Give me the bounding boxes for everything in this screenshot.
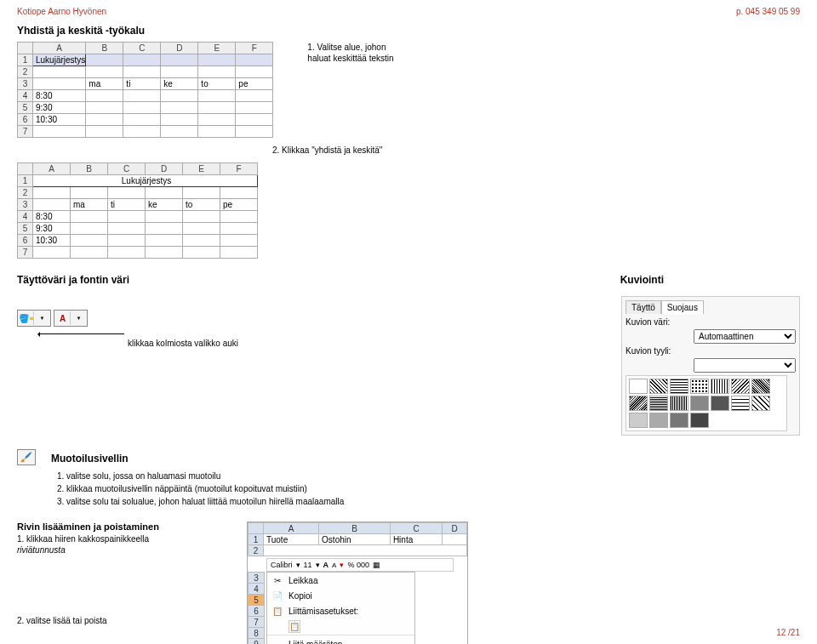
caption-step1: 1. Valitse alue, johon haluat keskittää … (307, 42, 393, 138)
pattern-style-select[interactable] (694, 358, 796, 373)
mini-format-toolbar[interactable]: Calibri▾ 11▾ AA ▾ % 000 ▦ (266, 558, 454, 572)
section4-title: Rivin lisääminen ja poistaminen (17, 521, 213, 532)
pattern-panel: Täyttö Suojaus Kuvion väri: Automaattine… (621, 296, 800, 436)
bucket-icon: 🪣 (19, 314, 29, 323)
paintbrush-icon: 🖌️ (20, 452, 32, 462)
format-painter-button[interactable]: 🖌️ (17, 449, 36, 465)
fill-caption: klikkaa kolmiosta valikko auki (128, 338, 238, 349)
spreadsheet-2: ABCDEF 1Lukujärjestys 2 3matiketope 48:3… (17, 162, 258, 259)
step-2: klikkaa muotoilusivellin näppäintä (muot… (66, 482, 344, 495)
section2a-title: Täyttöväri ja fontin väri (17, 274, 129, 286)
section4-step2: 2. valitse lisää tai poista (17, 615, 213, 626)
section3-title: Muotoilusivellin (51, 453, 344, 464)
doc-author: Kotiope Aarno Hyvönen (17, 7, 106, 16)
pattern-swatch-grid[interactable] (626, 375, 787, 431)
copy-icon: 📄 (271, 591, 283, 601)
borders-icon[interactable]: ▦ (373, 561, 380, 569)
tab-protection[interactable]: Suojaus (661, 300, 704, 314)
font-color-button[interactable]: A ▼ (54, 310, 88, 327)
label-pattern-color: Kuvion väri: (626, 317, 670, 327)
step-3: valitse solu tai solualue, johon haluat … (66, 495, 344, 508)
section2b-title: Kuviointi (620, 274, 664, 286)
paste-options-icon: 📋 (271, 607, 283, 616)
paste-icon[interactable]: 📋 (289, 620, 300, 633)
page-number: 12 /21 (776, 628, 800, 637)
context-menu-illustration: ABCD 1TuoteOstohinHinta 2 Calibri▾ 11▾ A… (247, 521, 468, 644)
context-menu[interactable]: ✂Leikkaa 📄Kopioi 📋Liittämisasetukset: 📋 … (266, 572, 415, 644)
label-pattern-style: Kuvion tyyli: (626, 346, 671, 356)
tab-fill[interactable]: Täyttö (626, 300, 661, 314)
step-1: valitse solu, jossa on haluamasi muotoil… (66, 470, 344, 482)
doc-phone: p. 045 349 05 99 (736, 7, 800, 16)
font-color-dropdown[interactable]: ▼ (71, 311, 86, 325)
section1-title: Yhdistä ja keskitä -työkalu (17, 25, 800, 37)
pattern-color-select[interactable]: Automaattinen (694, 329, 796, 344)
cut-icon: ✂ (271, 576, 283, 585)
fill-color-button[interactable]: 🪣 ▼ (17, 310, 51, 327)
pointer-line (39, 333, 124, 334)
caption-step2: 2. Klikkaa "yhdistä ja keskitä" (272, 145, 800, 156)
spreadsheet-1: ABCDEF 1Lukujärjestys 2 3matiketope 48:3… (17, 42, 273, 138)
fill-color-dropdown[interactable]: ▼ (34, 311, 49, 325)
section4-step1a: 1. klikkaa hiiren kakkospainikkeella riv… (17, 533, 213, 556)
